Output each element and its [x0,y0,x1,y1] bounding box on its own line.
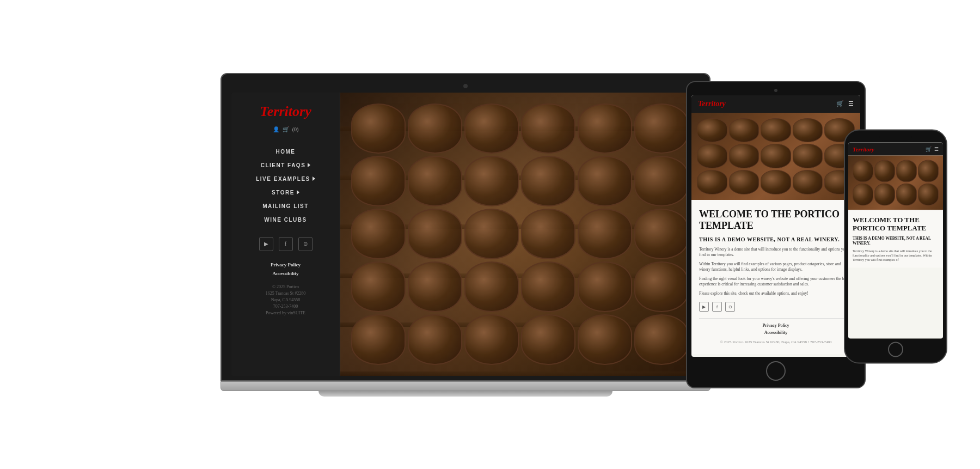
barrel [793,118,823,143]
tablet-text-1: Territory Winery is a demo site that wil… [699,247,853,258]
laptop-sidebar: Territory 👤 🛒 (0) HOME CLIENT FAQS LIVE … [231,93,340,376]
barrel [464,314,519,365]
barrel [521,156,575,206]
barrel [351,103,406,154]
menu-icon[interactable]: ☰ [934,146,939,151]
barrel-circles [340,93,700,376]
cart-icon: 🛒 [283,126,289,132]
tablet-text-2: Within Territory you will find examples … [699,261,853,273]
barrel [853,183,873,205]
accessibility-link[interactable]: Accessibility [764,330,788,335]
barrel [761,170,791,194]
barrel [464,209,519,259]
phone-home-button[interactable] [888,342,903,357]
barrel [761,118,791,143]
phone-screen: Territory 🛒 ☰ [848,142,943,338]
user-icon: 👤 [273,126,279,132]
barrel [408,156,462,206]
barrel [874,183,895,205]
nav-client-faqs[interactable]: CLIENT FAQS [237,159,334,172]
privacy-policy-link[interactable]: Privacy Policy [762,323,789,328]
phone-main-title: WELCOME TO THE PORTICO TEMPLATE [853,215,939,232]
barrel [578,156,632,206]
barrel [408,261,462,312]
phone-hero [848,155,943,210]
cart-icon[interactable]: 🛒 [926,146,932,151]
laptop-logo: Territory [260,103,311,120]
barrel [578,103,632,154]
laptop-social: ▶ f ⊙ [259,237,313,251]
facebook-icon[interactable]: f [712,302,722,312]
nav-mailing-list[interactable]: MAILING LIST [237,200,334,212]
phone-subtitle: THIS IS A DEMO WEBSITE, NOT A REAL WINER… [853,235,939,245]
barrel [896,183,917,205]
barrel [853,160,873,182]
barrel [793,144,823,168]
tablet-text-4: Please explore this site, check out the … [699,291,853,297]
laptop-footer-links: Privacy Policy Accessibility [271,262,301,276]
tablet-header-icons: 🛒 ☰ [836,100,854,107]
barrel [578,261,632,312]
barrel [918,160,939,182]
cart-count: (0) [292,126,299,132]
laptop-device: Territory 👤 🛒 (0) HOME CLIENT FAQS LIVE … [220,73,710,397]
instagram-icon[interactable]: ⊙ [725,302,735,312]
accessibility-link[interactable]: Accessibility [272,271,298,276]
youtube-icon[interactable]: ▶ [699,302,709,312]
tablet-logo: Territory [698,100,726,108]
privacy-policy-link[interactable]: Privacy Policy [271,262,301,267]
barrel [464,156,519,206]
barrel [729,118,759,143]
laptop-screen: Territory 👤 🛒 (0) HOME CLIENT FAQS LIVE … [231,93,700,376]
barrel [521,103,575,154]
barrel [918,183,939,205]
barrel [351,156,406,206]
laptop-main-content [340,93,700,376]
laptop-base [220,381,710,391]
phone-header-icons: 🛒 ☰ [926,146,939,151]
barrel [578,314,632,365]
nav-home[interactable]: HOME [237,145,334,158]
barrel [874,160,895,182]
barrel [634,261,689,312]
nav-live-examples[interactable]: LIVE EXAMPLES [237,173,334,185]
barrel [634,209,689,259]
barrel [729,144,759,168]
phone-text: Territory Winery is a demo site that wil… [853,248,939,262]
tablet-main-title: WELCOME TO THE PORTICO TEMPLATE [699,209,853,232]
tablet-footer-links: Privacy Policy Accessibility [699,318,853,335]
arrow-icon [313,176,315,181]
phone-logo: Territory [853,145,874,152]
barrel [351,209,406,259]
laptop-copyright: © 2025 Portico1625 Trancas St #2280Napa,… [266,284,306,316]
instagram-icon[interactable]: ⊙ [298,237,313,251]
barrel [896,160,917,182]
laptop-user-cart: 👤 🛒 (0) [273,126,299,132]
tablet-copyright: © 2025 Portico 1625 Trancas St #2280, Na… [699,339,853,345]
facebook-icon[interactable]: f [279,237,293,251]
tablet-home-button[interactable] [766,361,786,381]
tablet-camera [774,89,777,92]
barrel [793,170,823,194]
tablet-header: Territory 🛒 ☰ [691,95,860,113]
tablet-subtitle: THIS IS A DEMO WEBSITE, NOT A REAL WINER… [699,236,853,242]
arrow-icon [297,190,299,194]
tablet-text-3: Finding the right visual look for your w… [699,276,853,288]
tablet-barrel-grid [691,113,860,200]
barrel [521,314,575,365]
barrel [408,314,462,365]
nav-store[interactable]: STORE [237,186,334,199]
barrel [634,103,689,154]
cart-icon[interactable]: 🛒 [836,100,844,107]
phone-header: Territory 🛒 ☰ [848,142,943,155]
menu-icon[interactable]: ☰ [848,100,854,107]
barrel [697,144,727,168]
laptop-nav: HOME CLIENT FAQS LIVE EXAMPLES STORE MAI… [237,145,334,226]
tablet-screen: Territory 🛒 ☰ [691,95,860,357]
barrel [578,209,632,259]
nav-wine-clubs[interactable]: WINE CLUBS [237,214,334,226]
youtube-icon[interactable]: ▶ [259,237,273,251]
barrel [697,170,727,194]
scene: Territory 👤 🛒 (0) HOME CLIENT FAQS LIVE … [0,0,980,469]
arrow-icon [308,163,310,167]
